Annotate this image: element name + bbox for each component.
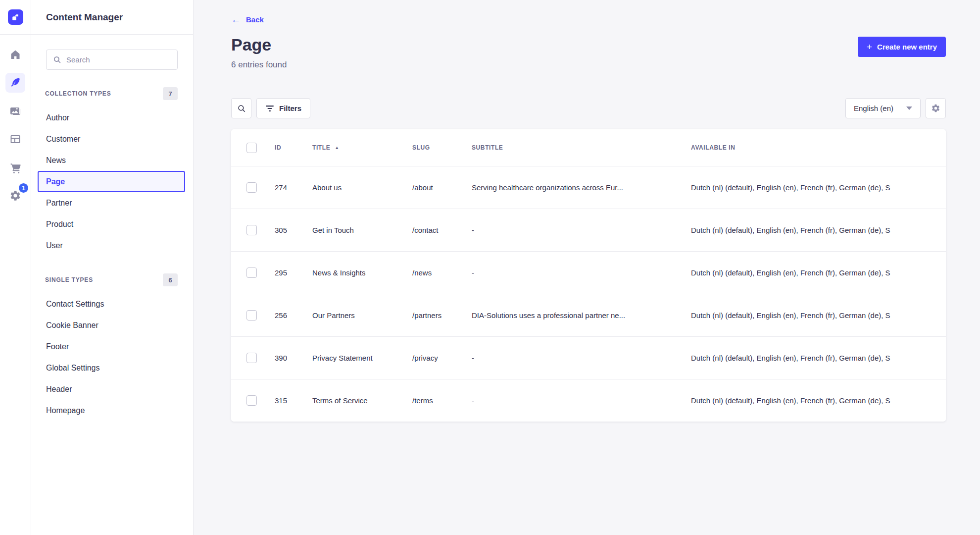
home-icon[interactable] (5, 45, 25, 64)
table-row[interactable]: 390 Privacy Statement /privacy - Dutch (… (231, 336, 946, 379)
row-checkbox[interactable] (246, 225, 257, 235)
back-arrow-icon: ← (231, 15, 241, 24)
cell-id: 390 (275, 336, 312, 379)
table-row[interactable]: 256 Our Partners /partners DIA-Solutions… (231, 294, 946, 336)
sidebar-item-user[interactable]: User (38, 235, 185, 256)
cell-title: News & Insights (312, 251, 412, 294)
entries-count: 6 entries found (231, 60, 287, 70)
cell-id: 256 (275, 294, 312, 336)
create-new-entry-button[interactable]: + Create new entry (858, 37, 946, 57)
entries-table-card: ID TITLE ▲ SLUG SUBTITLE AVAILABLE IN (231, 129, 946, 422)
table-row[interactable]: 315 Terms of Service /terms - Dutch (nl)… (231, 379, 946, 422)
sidebar-item-homepage[interactable]: Homepage (38, 400, 185, 421)
cell-slug: /partners (412, 294, 472, 336)
marketplace-cart-icon[interactable] (5, 158, 25, 177)
sidebar-item-customer[interactable]: Customer (38, 128, 185, 150)
settings-gear-icon[interactable]: 1 (5, 186, 25, 206)
view-settings-button[interactable] (926, 98, 946, 118)
single-types-count-badge: 6 (163, 273, 178, 286)
cell-available-in: Dutch (nl) (default), English (en), Fren… (691, 209, 946, 251)
sidebar-item-partner[interactable]: Partner (38, 192, 185, 214)
single-types-section: SINGLE TYPES 6 Contact Settings Cookie B… (31, 273, 193, 421)
row-checkbox[interactable] (246, 268, 257, 278)
column-header-available-in[interactable]: AVAILABLE IN (691, 129, 946, 166)
sidebar-item-page[interactable]: Page (38, 171, 185, 192)
search-button[interactable] (231, 98, 251, 118)
sidebar-item-author[interactable]: Author (38, 107, 185, 128)
sidebar-item-footer[interactable]: Footer (38, 336, 185, 357)
media-library-icon[interactable] (5, 101, 25, 121)
locale-value: English (en) (854, 104, 893, 112)
cell-id: 315 (275, 379, 312, 422)
table-row[interactable]: 274 About us /about Serving healthcare o… (231, 166, 946, 209)
cell-title: Privacy Statement (312, 336, 412, 379)
back-label: Back (246, 15, 264, 24)
cell-title: Our Partners (312, 294, 412, 336)
rail-icon-list: 1 (5, 35, 25, 206)
sidebar-item-header[interactable]: Header (38, 378, 185, 400)
filters-button[interactable]: Filters (256, 98, 310, 118)
cell-available-in: Dutch (nl) (default), English (en), Fren… (691, 251, 946, 294)
gear-icon (931, 104, 940, 113)
column-header-subtitle[interactable]: SUBTITLE (472, 129, 691, 166)
locale-select[interactable]: English (en) (845, 98, 921, 118)
column-header-slug[interactable]: SLUG (412, 129, 472, 166)
entries-table: ID TITLE ▲ SLUG SUBTITLE AVAILABLE IN (231, 129, 946, 422)
main-content: ← Back Page 6 entries found + Create new… (194, 0, 980, 535)
row-checkbox[interactable] (246, 182, 257, 193)
table-header-row: ID TITLE ▲ SLUG SUBTITLE AVAILABLE IN (231, 129, 946, 166)
page-title: Page (231, 36, 287, 54)
sidebar-search[interactable] (46, 50, 178, 70)
cell-subtitle: Serving healthcare organizations across … (472, 166, 691, 209)
cell-slug: /contact (412, 209, 472, 251)
column-header-title[interactable]: TITLE ▲ (312, 129, 412, 166)
table-row[interactable]: 305 Get in Touch /contact - Dutch (nl) (… (231, 209, 946, 251)
chevron-down-icon (906, 107, 912, 110)
strapi-logo-glyph (11, 13, 20, 22)
filter-icon (265, 105, 274, 112)
cell-title: Terms of Service (312, 379, 412, 422)
cell-available-in: Dutch (nl) (default), English (en), Fren… (691, 166, 946, 209)
cell-slug: /news (412, 251, 472, 294)
row-checkbox[interactable] (246, 395, 257, 406)
row-checkbox[interactable] (246, 310, 257, 321)
single-types-label: SINGLE TYPES (45, 276, 93, 283)
sidebar-title: Content Manager (31, 0, 193, 35)
column-header-id[interactable]: ID (275, 129, 312, 166)
plus-icon: + (867, 42, 872, 52)
cell-available-in: Dutch (nl) (default), English (en), Fren… (691, 336, 946, 379)
cell-id: 295 (275, 251, 312, 294)
toolbar-left: Filters (231, 98, 310, 118)
cell-title: About us (312, 166, 412, 209)
collection-types-label: COLLECTION TYPES (45, 90, 111, 97)
collection-types-section: COLLECTION TYPES 7 Author Customer News … (31, 87, 193, 256)
app-root: 1 Content Manager COLLECTION TYPES 7 Aut… (0, 0, 980, 535)
sidebar-item-contact-settings[interactable]: Contact Settings (38, 293, 185, 315)
back-link[interactable]: ← Back (231, 15, 264, 24)
single-types-header: SINGLE TYPES 6 (31, 273, 193, 286)
list-toolbar: Filters English (en) (231, 98, 946, 118)
page-header-text: Page 6 entries found (231, 36, 287, 70)
sidebar-item-product[interactable]: Product (38, 214, 185, 235)
search-icon (237, 104, 246, 113)
select-all-checkbox[interactable] (246, 143, 257, 153)
icon-rail: 1 (0, 0, 31, 535)
sidebar-item-news[interactable]: News (38, 150, 185, 171)
sidebar-search-input[interactable] (66, 55, 171, 64)
cell-subtitle: - (472, 209, 691, 251)
sidebar-item-cookie-banner[interactable]: Cookie Banner (38, 315, 185, 336)
cell-subtitle: - (472, 336, 691, 379)
sidebar-item-global-settings[interactable]: Global Settings (38, 357, 185, 378)
cell-slug: /about (412, 166, 472, 209)
sort-asc-icon: ▲ (335, 146, 340, 150)
table-row[interactable]: 295 News & Insights /news - Dutch (nl) (… (231, 251, 946, 294)
cell-available-in: Dutch (nl) (default), English (en), Fren… (691, 379, 946, 422)
row-checkbox[interactable] (246, 353, 257, 363)
content-type-builder-icon[interactable] (5, 129, 25, 149)
content-manager-feather-icon[interactable] (5, 73, 25, 93)
strapi-logo-icon[interactable] (8, 9, 23, 25)
settings-notification-badge: 1 (18, 182, 29, 194)
cell-slug: /terms (412, 379, 472, 422)
collection-types-header: COLLECTION TYPES 7 (31, 87, 193, 100)
rail-logo-area (0, 0, 31, 35)
